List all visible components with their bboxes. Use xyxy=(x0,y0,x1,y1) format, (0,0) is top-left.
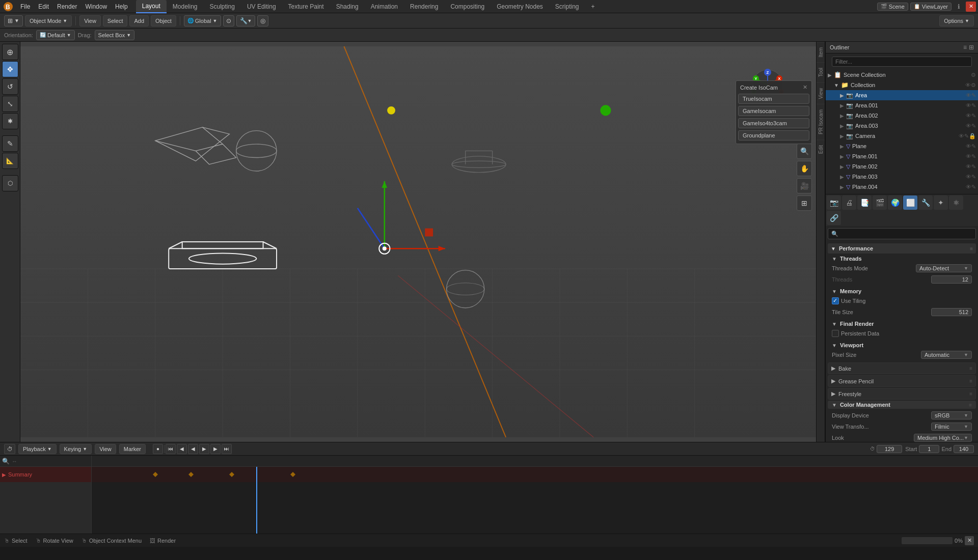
tab-shading[interactable]: Shading xyxy=(330,0,365,13)
transform-origin-btn[interactable]: 🌐 Global ▼ xyxy=(184,15,221,26)
cursor-tool-btn[interactable]: ⊕ xyxy=(2,44,18,60)
plane002-item[interactable]: ▶ ▽ Plane.002 👁✎ xyxy=(826,161,978,172)
tab-scripting[interactable]: Scripting xyxy=(549,0,585,13)
color-management-header[interactable]: ▼ Color Management ≡ xyxy=(828,401,976,409)
blender-logo[interactable]: B xyxy=(2,1,14,13)
edit-menu[interactable]: Edit xyxy=(34,2,53,11)
plane001-item[interactable]: ▶ ▽ Plane.001 👁✎ xyxy=(826,151,978,161)
item-tab[interactable]: Item xyxy=(817,42,825,62)
world-props-btn[interactable]: 🌍 xyxy=(888,195,902,210)
tab-rendering[interactable]: Rendering xyxy=(404,0,444,13)
render-props-btn[interactable]: 📷 xyxy=(827,195,841,210)
outliner-search[interactable] xyxy=(832,57,972,67)
next-keyframe-btn[interactable]: ▶ xyxy=(210,444,221,454)
current-frame-input[interactable] xyxy=(877,445,902,453)
view-layer-selector[interactable]: 📋 ViewLayer xyxy=(910,3,952,11)
select-menu-btn[interactable]: Select xyxy=(103,15,128,26)
groundplane-btn[interactable]: Groundplane xyxy=(738,130,809,141)
plane004-item[interactable]: ▶ ▽ Plane.004 👁✎ xyxy=(826,182,978,192)
area003-item[interactable]: ▶ 📷 Area.003 👁✎ xyxy=(826,121,978,131)
viewport[interactable]: User Perspective (129) Collection | Area xyxy=(20,42,816,442)
pixel-size-dropdown[interactable]: Automatic ▼ xyxy=(921,351,972,359)
window-menu[interactable]: Window xyxy=(81,2,111,11)
threads-section-header[interactable]: ▼ Threads xyxy=(828,255,976,263)
threads-mode-dropdown[interactable]: Auto-Detect ▼ xyxy=(916,264,972,272)
prev-keyframe-btn[interactable]: ◀ xyxy=(177,444,187,454)
plane003-item[interactable]: ▶ ▽ Plane.003 👁✎ xyxy=(826,172,978,182)
summary-row[interactable]: ▶ Summary xyxy=(0,467,91,482)
scene-props-btn[interactable]: 🎬 xyxy=(873,195,887,210)
final-render-section-header[interactable]: ▼ Final Render xyxy=(828,320,976,328)
jump-start-btn[interactable]: ⏮ xyxy=(166,444,176,454)
add-primitive-btn[interactable]: ⬡ xyxy=(2,175,18,191)
performance-section-header[interactable]: ▼ Performance ≡ xyxy=(828,243,976,254)
look-dropdown[interactable]: Medium High Co... ▼ xyxy=(914,434,972,442)
play-reverse-btn[interactable]: ◀ xyxy=(188,444,198,454)
play-btn[interactable]: ▶ xyxy=(199,444,209,454)
record-btn[interactable]: ● xyxy=(153,444,163,454)
outliner-filter-btn[interactable]: ≡ xyxy=(963,44,967,51)
view-layer-props-btn[interactable]: 📑 xyxy=(857,195,872,210)
options-btn[interactable]: Options ▼ xyxy=(939,15,974,26)
pan-btn[interactable]: ✋ xyxy=(797,161,812,176)
move-tool-btn[interactable]: ✥ xyxy=(2,61,18,77)
particles-props-btn[interactable]: ✦ xyxy=(934,195,948,210)
tab-modeling[interactable]: Modeling xyxy=(167,0,204,13)
tab-sculpting[interactable]: Sculpting xyxy=(204,0,241,13)
collection-item[interactable]: ▼ 📁 Collection 👁⚙ xyxy=(826,80,978,90)
tab-animation[interactable]: Animation xyxy=(365,0,404,13)
modifier-props-btn[interactable]: 🔧 xyxy=(918,195,933,210)
view-tab[interactable]: View xyxy=(817,82,825,104)
object-mode-btn[interactable]: Object Mode ▼ xyxy=(25,15,72,26)
render-menu[interactable]: Render xyxy=(53,2,81,11)
file-menu[interactable]: File xyxy=(16,2,34,11)
proportional-edit-btn[interactable]: ◎ xyxy=(257,15,268,26)
scale-tool-btn[interactable]: ⤡ xyxy=(2,96,18,112)
plane-item[interactable]: ▶ ▽ Plane 👁✎ xyxy=(826,141,978,151)
tool-tab[interactable]: Tool xyxy=(817,62,825,82)
persistent-data-checkbox[interactable] xyxy=(832,330,839,337)
viewport-section-header[interactable]: ▼ Viewport xyxy=(828,341,976,349)
jump-end-btn[interactable]: ⏭ xyxy=(222,444,232,454)
ortho-view-btn[interactable]: ⊞ xyxy=(797,195,812,211)
tile-size-value[interactable]: 512 xyxy=(931,308,972,316)
tab-compositing[interactable]: Compositing xyxy=(444,0,491,13)
transform-tool-btn[interactable]: ✱ xyxy=(2,113,18,129)
end-frame-input[interactable] xyxy=(954,445,974,453)
scene-collection-item[interactable]: ▶ 📋 Scene Collection ⚙ xyxy=(826,70,978,80)
outliner-view-btn[interactable]: ⊞ xyxy=(969,44,974,51)
snap-btn[interactable]: 🔧 ▼ xyxy=(236,15,256,26)
props-search[interactable] xyxy=(828,228,976,239)
playback-menu[interactable]: Playback ▼ xyxy=(18,444,57,454)
gameisocam-btn[interactable]: GameIsocam xyxy=(738,106,809,116)
area001-item[interactable]: ▶ 📷 Area.001 👁✎ xyxy=(826,100,978,110)
tab-texture-paint[interactable]: Texture Paint xyxy=(282,0,330,13)
keying-menu[interactable]: Keying ▼ xyxy=(60,444,92,454)
measure-tool-btn[interactable]: 📐 xyxy=(2,153,18,169)
freestyle-section[interactable]: ▶ Freestyle ≡ xyxy=(828,388,976,400)
threads-value[interactable]: 12 xyxy=(931,275,972,284)
annotate-tool-btn[interactable]: ✎ xyxy=(2,135,18,152)
pr-isocam-tab[interactable]: PR Isocam xyxy=(817,104,825,139)
orientation-btn[interactable]: 🔄 Default ▼ xyxy=(36,30,75,40)
area002-item[interactable]: ▶ 📷 Area.002 👁✎ xyxy=(826,110,978,121)
rotate-tool-btn[interactable]: ↺ xyxy=(2,78,18,95)
grease-pencil-section[interactable]: ▶ Grease Pencil ≡ xyxy=(828,375,976,387)
constraints-props-btn[interactable]: 🔗 xyxy=(827,211,841,225)
display-device-dropdown[interactable]: sRGB ▼ xyxy=(931,411,972,419)
pivot-point-btn[interactable]: ⊙ xyxy=(223,15,234,26)
memory-section-header[interactable]: ▼ Memory xyxy=(828,287,976,295)
object-props-btn[interactable]: ⬜ xyxy=(903,195,917,210)
timeline-editor-type[interactable]: ⏱ xyxy=(4,444,15,454)
add-menu-btn[interactable]: Add xyxy=(129,15,149,26)
view-transform-dropdown[interactable]: Filmic ▼ xyxy=(931,423,972,431)
gameiso4to3cam-btn[interactable]: GameIso4to3cam xyxy=(738,118,809,128)
camera-view-btn[interactable]: 🎥 xyxy=(797,178,812,193)
view-menu-btn[interactable]: View xyxy=(79,15,101,26)
use-tiling-checkbox[interactable] xyxy=(832,297,839,304)
edit-tab[interactable]: Edit xyxy=(817,139,825,159)
bake-section[interactable]: ▶ Bake ≡ xyxy=(828,362,976,374)
tab-add-workspace[interactable]: + xyxy=(585,0,601,13)
zoom-in-btn[interactable]: 🔍 xyxy=(797,144,812,159)
tab-layout[interactable]: Layout xyxy=(136,0,167,13)
